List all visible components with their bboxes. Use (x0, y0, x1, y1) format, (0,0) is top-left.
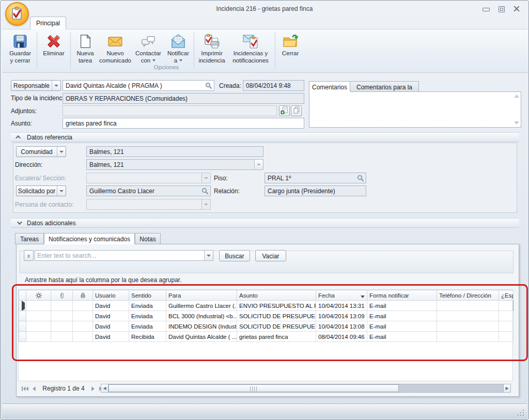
comentarios-textarea[interactable] (309, 91, 521, 128)
table-row[interactable]: David Enviada BCL 3000 (Industrial) <b..… (19, 311, 514, 321)
search-combo[interactable] (35, 250, 213, 261)
column-header-usuario[interactable]: Usuario (93, 290, 129, 301)
table-row[interactable]: David Enviada INDEMO DESIGN (Indust... S… (19, 321, 514, 332)
column-header-sentido[interactable]: Sentido (129, 290, 166, 301)
column-header-forma-notificar[interactable]: Forma notificar (367, 290, 437, 301)
datos-adicionales-header[interactable]: Datos adicionales (11, 218, 519, 228)
add-attachment-button[interactable] (279, 105, 290, 116)
chevron-down-icon (57, 186, 66, 196)
tab-tareas[interactable]: Tareas (15, 233, 44, 244)
chevron-down-icon[interactable] (254, 160, 263, 169)
paperclip-icon (53, 292, 70, 299)
escalera-label: Escalera/ Sección: (15, 175, 66, 182)
incidencias-y-notificaciones-button[interactable]: Incidencias y notificaciones (228, 31, 273, 68)
chevron-down-icon (179, 59, 182, 61)
application-menu-button[interactable] (5, 2, 29, 26)
scrollbar-thumb[interactable] (108, 384, 399, 392)
tab-comentarios[interactable]: Comentarios (309, 81, 350, 92)
asunto-field[interactable]: grietas pared finca (63, 118, 304, 129)
asunto-label: Asunto: (11, 120, 32, 127)
scroll-left-icon[interactable]: ◀ (101, 384, 108, 393)
first-record-icon[interactable] (20, 384, 29, 393)
ribbon-separator (37, 33, 37, 69)
tab-principal[interactable]: Principal (30, 17, 66, 29)
ribbon-separator (275, 33, 275, 69)
datos-referencia-header[interactable]: Datos referencia (11, 132, 519, 142)
table-row[interactable]: David Enviada Guillermo Castro Llacer (.… (19, 301, 514, 311)
column-header-asunto[interactable]: Asunto (237, 290, 316, 301)
table-row[interactable]: David Recibida David Quintas Alcalde ( .… (19, 332, 514, 342)
clear-search-button[interactable]: x (24, 250, 34, 261)
speech-bubbles-icon (139, 33, 157, 50)
current-row-icon (22, 301, 25, 311)
row-indicator-header (19, 290, 26, 301)
piso-field[interactable]: PRAL 1º (264, 173, 366, 183)
copy-icon (293, 106, 300, 115)
chevron-down-icon (152, 59, 155, 61)
tab-notificaciones-y-comunicados[interactable]: Notificaciones y comunicados (44, 233, 135, 244)
scroll-right-icon[interactable]: ▶ (503, 384, 511, 393)
responsable-field[interactable]: David Quintas Alcalde ( PRAGMA ) (63, 80, 214, 91)
notifications-grid: Usuario Sentido Para Asunto Fecha Forma … (18, 289, 513, 381)
column-header-para[interactable]: Para (166, 290, 237, 301)
guardar-y-cerrar-button[interactable]: Guardar y cerrar (5, 31, 35, 68)
search-icon[interactable] (205, 82, 212, 89)
comunidad-field[interactable]: Balmes, 121 (86, 146, 263, 157)
section-title: Datos adicionales (27, 220, 76, 227)
comunidad-dropdown-button[interactable]: Comunidad (16, 146, 66, 157)
contactar-con-button[interactable]: Contactar con (132, 31, 164, 68)
solicitado-por-dropdown-button[interactable]: Solicitado por (16, 185, 66, 196)
search-icon[interactable] (357, 175, 364, 182)
adjuntos-field[interactable] (63, 105, 277, 116)
tab-principal-label: Principal (36, 20, 60, 27)
close-folder-icon (282, 33, 299, 50)
attachment-column-header[interactable] (51, 290, 73, 301)
scroll-up-icon[interactable] (514, 95, 519, 98)
chevron-down-icon[interactable] (204, 251, 213, 260)
close-icon[interactable] (513, 6, 520, 12)
scroll-down-icon[interactable] (514, 121, 519, 125)
tipo-incidencia-label: Tipo de la incidencia: (11, 95, 69, 102)
notificar-a-button[interactable]: Notificar a (164, 31, 192, 68)
direccion-combo[interactable]: Balmes, 121 (86, 159, 263, 170)
cerrar-button[interactable]: Cerrar (277, 31, 304, 68)
nueva-tarea-button[interactable]: Nueva tarea (72, 31, 98, 68)
search-input[interactable] (37, 252, 201, 260)
resize-grip-icon[interactable] (517, 409, 524, 416)
buscar-button[interactable]: Buscar (219, 250, 250, 261)
restore-icon[interactable] (497, 6, 505, 12)
eliminar-button[interactable]: Eliminar (39, 31, 69, 68)
notificaciones-panel: x Buscar Vaciar Arrastre hasta aquí la c… (16, 244, 519, 397)
tab-comentarios-web[interactable]: Comentarios para la web (350, 81, 419, 92)
column-header-fecha[interactable]: Fecha (316, 290, 367, 301)
copy-attachment-button[interactable] (291, 105, 302, 116)
horizontal-scrollbar[interactable]: ◀ ▶ (101, 384, 511, 393)
nuevo-comunicado-button[interactable]: Nuevo comunicado (98, 31, 132, 68)
private-column-header[interactable] (73, 290, 93, 301)
grid-header-row[interactable]: Usuario Sentido Para Asunto Fecha Forma … (19, 290, 514, 301)
window-title: Incidencia 216 - grietas pared finca (216, 5, 313, 12)
row-indicator (19, 301, 26, 311)
reminder-sun-icon (28, 292, 49, 299)
column-header-espera[interactable]: ¿Espe (499, 290, 514, 301)
printer-icon (203, 33, 221, 50)
ribbon: Guardar y cerrar Eliminar (2, 29, 528, 73)
reminder-column-header[interactable] (26, 290, 51, 301)
minimize-icon[interactable] (482, 6, 489, 12)
scrollbar-track[interactable] (108, 384, 503, 393)
imprimir-incidencia-button[interactable]: Imprimir incidencia (196, 31, 228, 68)
tab-notas[interactable]: Notas (135, 233, 161, 244)
responsable-dropdown-button[interactable]: Responsable (11, 80, 61, 91)
next-record-icon[interactable] (88, 384, 98, 393)
previous-record-icon[interactable] (29, 384, 39, 393)
vaciar-button[interactable]: Vaciar (255, 250, 286, 261)
solicitado-por-field[interactable]: Guillermo Castro Llacer (86, 185, 211, 196)
relacion-field: Cargo junta (Presidente) (264, 185, 366, 196)
relacion-label: Relación: (214, 188, 240, 195)
datos-referencia-panel: Comunidad Balmes, 121 Dirección: Balmes,… (13, 143, 517, 213)
column-header-telefono[interactable]: Teléfono / Dirección (437, 290, 499, 301)
group-by-hint: Arrastre hasta aquí la columna por la qu… (25, 276, 182, 284)
creada-label: Creada: (219, 82, 241, 89)
search-icon[interactable] (201, 188, 209, 195)
expand-icon (17, 220, 22, 225)
